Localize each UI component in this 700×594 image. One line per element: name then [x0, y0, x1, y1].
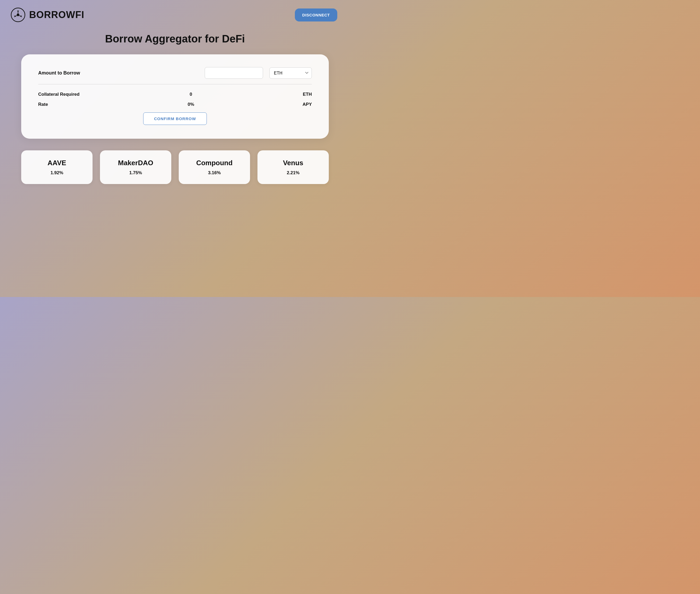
protocol-card-aave: AAVE 1.92%: [21, 151, 93, 184]
protocol-name-aave: AAVE: [28, 159, 86, 167]
borrow-card: Amount to Borrow ETH DAI USDC USDT Colla…: [21, 54, 329, 139]
rate-label: Rate: [38, 102, 91, 107]
confirm-btn-wrapper: CONFIRM BORROW: [38, 112, 312, 125]
token-select[interactable]: ETH DAI USDC USDT: [269, 67, 312, 79]
protocol-name-venus: Venus: [264, 159, 323, 167]
collateral-unit: ETH: [291, 92, 312, 97]
main-content: Borrow Aggregator for DeFi Amount to Bor…: [0, 28, 350, 184]
header: BORROWFI DISCONNECT: [0, 0, 350, 28]
amount-input[interactable]: [205, 67, 263, 79]
protocol-rate-makerdao: 1.75%: [106, 170, 165, 175]
rate-unit: APY: [291, 102, 312, 107]
amount-label: Amount to Borrow: [38, 70, 91, 76]
logo-text: BORROWFI: [29, 9, 84, 21]
logo-area: BORROWFI: [11, 7, 84, 22]
protocol-card-venus: Venus 2.21%: [258, 151, 329, 184]
confirm-borrow-button[interactable]: CONFIRM BORROW: [143, 112, 207, 125]
protocol-card-makerdao: MakerDAO 1.75%: [100, 151, 171, 184]
disconnect-button[interactable]: DISCONNECT: [295, 8, 337, 22]
protocol-card-compound: Compound 3.16%: [179, 151, 250, 184]
protocol-rate-venus: 2.21%: [264, 170, 323, 175]
protocols-grid: AAVE 1.92% MakerDAO 1.75% Compound 3.16%…: [21, 151, 329, 184]
protocol-rate-compound: 3.16%: [185, 170, 244, 175]
amount-row: Amount to Borrow ETH DAI USDC USDT: [38, 67, 312, 84]
protocol-rate-aave: 1.92%: [28, 170, 86, 175]
svg-point-1: [17, 13, 19, 16]
protocol-name-makerdao: MakerDAO: [106, 159, 165, 167]
borrowfi-logo-icon: [11, 7, 26, 22]
rate-value: 0%: [91, 102, 291, 107]
page-title: Borrow Aggregator for DeFi: [21, 33, 329, 45]
rate-row: Rate 0% APY: [38, 102, 312, 107]
protocol-name-compound: Compound: [185, 159, 244, 167]
collateral-row: Collateral Required 0 ETH: [38, 92, 312, 97]
collateral-label: Collateral Required: [38, 92, 91, 97]
collateral-value: 0: [91, 92, 291, 97]
